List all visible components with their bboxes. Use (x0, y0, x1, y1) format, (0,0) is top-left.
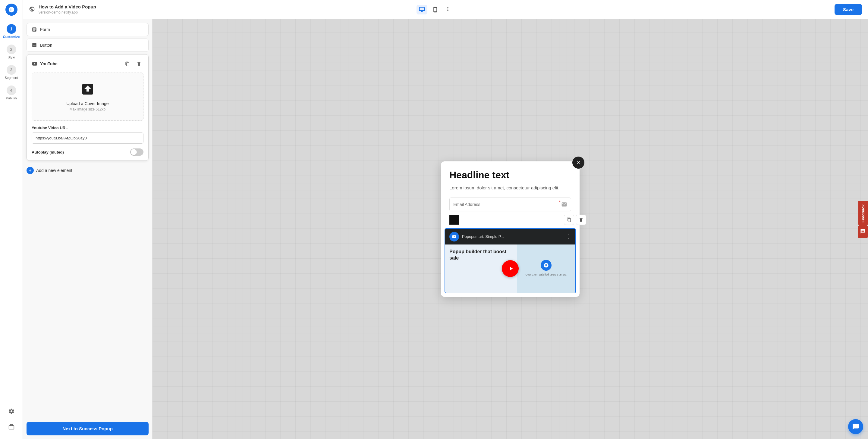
cta-copy-btn[interactable] (564, 215, 574, 225)
toggle-knob (131, 149, 137, 155)
cta-overlay-actions (564, 215, 586, 225)
step-2-label: Style (7, 56, 15, 59)
upload-sublabel-text: Max image size 512kb (70, 107, 105, 111)
page-title: How to Add a Video Popup (38, 4, 413, 9)
popup-body-text: Lorem ipsum dolor sit amet, consectetur … (450, 184, 571, 192)
page-title-area: How to Add a Video Popup version-demo.ne… (38, 4, 413, 15)
button-icon (32, 42, 37, 48)
popup-preview: Headline text Lorem ipsum dolor sit amet… (441, 161, 580, 297)
youtube-panel-header: YouTube (32, 59, 144, 68)
popup-content-area: Headline text Lorem ipsum dolor sit amet… (441, 161, 580, 225)
upload-label-text: Upload a Cover Image (66, 101, 108, 106)
add-element-btn[interactable]: Add a new element (27, 163, 149, 178)
settings-nav-btn[interactable] (5, 405, 18, 417)
youtube-url-input[interactable] (32, 133, 144, 144)
step-4-label: Publish (6, 96, 17, 100)
page-subtitle: version-demo.netlify.app (38, 10, 78, 14)
header: How to Add a Video Popup version-demo.ne… (23, 0, 868, 19)
upload-cover-area[interactable]: Upload a Cover Image Max image size 512k… (32, 73, 144, 121)
yt-channel-icon (450, 232, 459, 241)
autoplay-toggle[interactable] (130, 148, 144, 156)
autoplay-toggle-row: Autoplay (muted) (32, 148, 144, 156)
youtube-panel-copy-btn[interactable] (123, 59, 132, 68)
yt-thumbnail: Popup builder that boost sale Over 1.5m … (445, 244, 575, 293)
save-button[interactable]: Save (835, 4, 862, 15)
step-3-circle: 3 (7, 65, 16, 75)
content-area: Form Button YouTube (23, 19, 868, 439)
sidebar-item-customize[interactable]: 1 Customize (0, 22, 23, 41)
form-element-label: Form (40, 27, 50, 32)
sidebar-item-segment[interactable]: 3 Segment (0, 63, 23, 82)
cta-area (450, 215, 571, 225)
globe-icon (29, 6, 35, 13)
youtube-panel-title: YouTube (40, 61, 121, 66)
sidebar-item-style[interactable]: 2 Style (0, 42, 23, 61)
sidebar-panel: Form Button YouTube (23, 19, 153, 439)
popup-cta-btn[interactable] (450, 215, 459, 225)
email-input[interactable] (453, 198, 561, 211)
step-2-circle: 2 (7, 44, 16, 54)
yt-header-bar: Popupsmart: Simple P... ⋮ (445, 229, 575, 244)
step-1-label: Customize (3, 35, 20, 38)
feedback-tab[interactable]: Feedback (858, 201, 868, 238)
youtube-embed-area: Popupsmart: Simple P... ⋮ Popup builder … (444, 228, 576, 293)
button-element-label: Button (40, 43, 52, 47)
yt-video-title: Popupsmart: Simple P... (462, 234, 563, 239)
upload-image-icon (81, 82, 95, 98)
sidebar-item-publish[interactable]: 4 Publish (0, 83, 23, 102)
required-indicator: * (559, 200, 561, 204)
youtube-panel: YouTube Upload a Cover Image (27, 54, 149, 161)
popup-headline: Headline text (450, 170, 571, 180)
desktop-view-btn[interactable] (416, 5, 427, 14)
app-logo[interactable] (5, 4, 18, 16)
mail-icon (561, 201, 567, 207)
yt-play-overlay (445, 244, 575, 293)
feedback-label: Feedback (858, 201, 868, 226)
yt-play-button[interactable] (502, 260, 519, 277)
popup-close-btn[interactable] (572, 157, 584, 169)
left-nav: 1 Customize 2 Style 3 Segment 4 Publish (0, 0, 23, 439)
youtube-icon (32, 61, 38, 67)
mobile-view-btn[interactable] (430, 5, 441, 14)
main-wrapper: How to Add a Video Popup version-demo.ne… (23, 0, 868, 439)
add-element-icon (27, 167, 34, 174)
form-icon (32, 27, 37, 32)
button-element-item[interactable]: Button (27, 38, 149, 52)
autoplay-label: Autoplay (muted) (32, 150, 64, 155)
next-to-success-popup-btn[interactable]: Next to Success Popup (27, 422, 149, 435)
form-element-item[interactable]: Form (27, 23, 149, 36)
device-toggle-group (416, 4, 453, 15)
briefcase-nav-btn[interactable] (5, 421, 18, 433)
youtube-panel-delete-btn[interactable] (134, 59, 144, 68)
canvas-area: Headline text Lorem ipsum dolor sit amet… (153, 19, 868, 439)
more-options-btn[interactable] (443, 4, 453, 15)
chat-button[interactable] (848, 419, 863, 434)
step-1-circle: 1 (7, 24, 16, 34)
url-field-group: Youtube Video URL (32, 126, 144, 144)
add-element-label: Add a new element (36, 168, 72, 173)
email-input-row: * (450, 198, 571, 211)
step-4-circle: 4 (7, 86, 16, 95)
step-3-label: Segment (4, 76, 18, 79)
cta-delete-btn[interactable] (576, 215, 586, 225)
url-field-label: Youtube Video URL (32, 126, 144, 130)
yt-more-btn[interactable]: ⋮ (566, 233, 571, 240)
feedback-icon (858, 226, 868, 238)
